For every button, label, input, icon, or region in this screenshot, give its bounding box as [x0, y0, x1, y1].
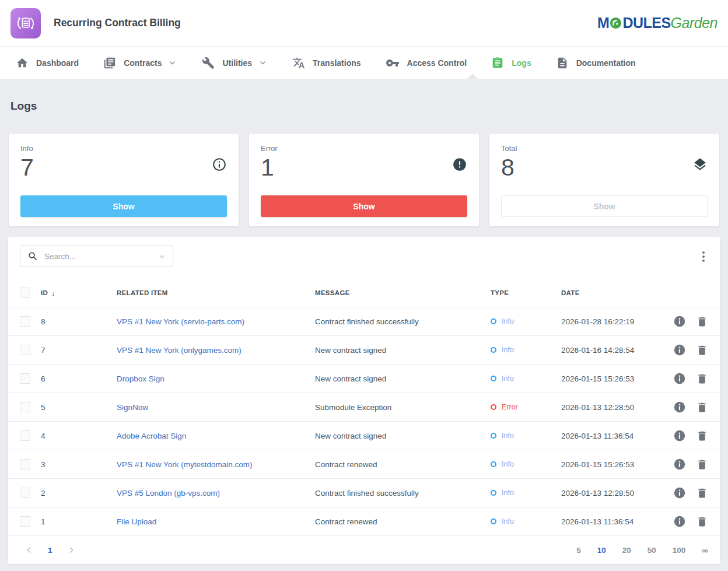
pagination-bar: 1 5 10 20 50 100 ∞	[8, 535, 720, 564]
log-id: 3	[41, 460, 117, 469]
details-button[interactable]	[673, 515, 686, 528]
row-checkbox[interactable]	[20, 488, 30, 498]
trash-icon	[696, 373, 708, 385]
row-checkbox[interactable]	[20, 345, 30, 355]
type-dot-icon	[491, 490, 496, 496]
delete-button[interactable]	[696, 487, 708, 499]
type-dot-icon	[491, 433, 496, 439]
column-header-type[interactable]: TYPE	[491, 289, 561, 296]
column-header-related-item[interactable]: RELATED ITEM	[117, 289, 315, 296]
related-item-link[interactable]: VPS #1 New York (servio-parts.com)	[117, 317, 315, 326]
log-id: 8	[41, 317, 117, 326]
nav-item-access-control[interactable]: Access Control	[373, 47, 480, 79]
log-message: New contract signed	[315, 346, 491, 355]
search-box[interactable]	[20, 246, 173, 267]
chevron-down-icon[interactable]	[158, 252, 167, 261]
row-checkbox[interactable]	[20, 373, 30, 384]
related-item-link[interactable]: File Upload	[117, 517, 315, 526]
layers-icon	[692, 157, 708, 172]
page-size-option[interactable]: 50	[648, 546, 656, 555]
row-checkbox[interactable]	[20, 459, 30, 470]
page-size-option-all[interactable]: ∞	[702, 545, 708, 555]
info-filled-icon	[673, 429, 686, 442]
row-checkbox[interactable]	[20, 402, 30, 412]
table-row: 1 File Upload Contract renewed Info 2026…	[8, 507, 720, 535]
delete-button[interactable]	[696, 458, 708, 471]
card-value: 7	[20, 154, 212, 181]
key-icon	[386, 56, 400, 70]
details-button[interactable]	[673, 429, 686, 442]
delete-button[interactable]	[696, 344, 708, 356]
delete-button[interactable]	[696, 430, 708, 442]
log-date: 2026-01-13 12:28:50	[561, 489, 665, 498]
search-input[interactable]	[44, 252, 158, 261]
log-date: 2026-01-13 11:36:54	[561, 517, 665, 526]
log-date: 2026-01-15 15:26:53	[561, 374, 665, 383]
type-badge: Info	[491, 489, 561, 497]
nav-item-contracts[interactable]: Contracts	[91, 47, 190, 79]
row-checkbox[interactable]	[20, 516, 30, 527]
column-header-message[interactable]: MESSAGE	[315, 289, 491, 296]
nav-item-utilities[interactable]: Utilities	[190, 47, 280, 79]
delete-button[interactable]	[696, 516, 708, 528]
page-size-option[interactable]: 10	[597, 546, 606, 555]
delete-button[interactable]	[696, 316, 708, 328]
page-size-selector: 5 10 20 50 100 ∞	[576, 545, 708, 555]
show-info-button[interactable]: Show	[20, 195, 227, 217]
details-button[interactable]	[673, 315, 686, 328]
log-message: Contract finished successfully	[315, 489, 491, 498]
type-label: Error	[502, 403, 518, 411]
page-number[interactable]: 1	[48, 546, 52, 555]
log-date: 2026-01-13 12:28:50	[561, 403, 665, 412]
page-size-option[interactable]: 20	[622, 546, 631, 555]
column-header-id[interactable]: ID ↓	[41, 289, 117, 297]
card-value: 1	[261, 154, 452, 181]
related-item-link[interactable]: SignNow	[117, 403, 315, 412]
next-page-button[interactable]	[62, 543, 80, 557]
nav-item-logs[interactable]: Logs	[479, 47, 543, 79]
previous-page-button[interactable]	[20, 543, 38, 557]
page-size-option[interactable]: 100	[673, 546, 686, 555]
type-label: Info	[502, 346, 514, 354]
home-icon	[16, 57, 29, 69]
log-message: Contract finished successfully	[315, 317, 491, 326]
kebab-menu-icon[interactable]	[699, 248, 708, 265]
show-error-button[interactable]: Show	[261, 195, 467, 217]
log-date: 2026-01-16 14:28:54	[561, 346, 665, 355]
nav-item-dashboard[interactable]: Dashboard	[4, 47, 91, 79]
details-button[interactable]	[673, 344, 686, 356]
page-size-option[interactable]: 5	[576, 546, 581, 555]
app-logo-icon	[13, 10, 38, 36]
log-id: 6	[41, 374, 117, 383]
chevron-left-icon	[24, 545, 34, 555]
delete-button[interactable]	[696, 373, 708, 385]
related-item-link[interactable]: VPS #1 New York (mytestdomain.com)	[117, 460, 315, 469]
search-icon	[27, 251, 38, 262]
column-header-date[interactable]: DATE	[561, 289, 665, 296]
table-header-row: ID ↓ RELATED ITEM MESSAGE TYPE DATE	[8, 279, 720, 307]
related-item-link[interactable]: VPS #5 London (gb-vps.com)	[117, 489, 315, 498]
nav-item-documentation[interactable]: Documentation	[544, 47, 648, 79]
info-filled-icon	[673, 486, 686, 499]
nav-item-translations[interactable]: Translations	[280, 47, 373, 79]
trash-icon	[696, 401, 708, 414]
chevron-down-icon	[167, 58, 177, 68]
logs-panel: ID ↓ RELATED ITEM MESSAGE TYPE DATE 8 VP…	[8, 237, 720, 564]
type-dot-icon	[491, 404, 496, 410]
details-button[interactable]	[673, 401, 686, 414]
related-item-link[interactable]: Dropbox Sign	[117, 374, 315, 383]
nav-label: Documentation	[576, 58, 636, 68]
related-item-link[interactable]: Adobe Acrobat Sign	[117, 432, 315, 440]
log-id: 5	[41, 403, 117, 412]
delete-button[interactable]	[696, 401, 708, 414]
details-button[interactable]	[673, 458, 686, 471]
row-checkbox[interactable]	[20, 430, 30, 441]
details-button[interactable]	[673, 372, 686, 385]
details-button[interactable]	[673, 486, 686, 499]
select-all-checkbox[interactable]	[20, 288, 30, 298]
translate-icon	[292, 57, 305, 69]
log-message: Contract renewed	[315, 517, 491, 526]
row-checkbox[interactable]	[20, 316, 30, 327]
type-badge: Error	[491, 403, 561, 411]
related-item-link[interactable]: VPS #1 New York (onlygames.com)	[117, 346, 315, 355]
